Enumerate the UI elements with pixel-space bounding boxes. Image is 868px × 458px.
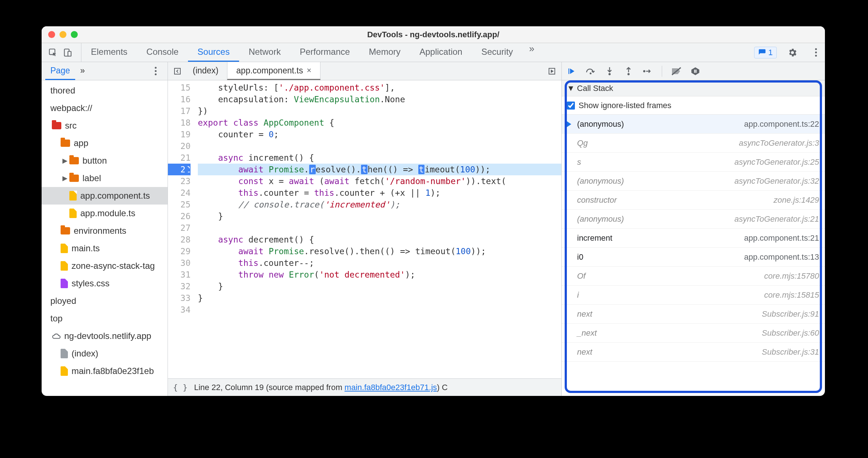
- tree-item[interactable]: app.component.ts: [42, 187, 168, 205]
- callstack-frame[interactable]: incrementapp.component.ts:21: [562, 229, 825, 248]
- svg-point-9: [643, 70, 645, 72]
- source-map-link[interactable]: main.fa8bfa0e23f1eb71.js: [345, 383, 437, 392]
- devtools-window: DevTools - ng-devtools.netlify.app/ Elem…: [42, 26, 825, 396]
- status-text: Line 22, Column 19 (source mapped from m…: [194, 383, 448, 392]
- editor-tab[interactable]: (index): [184, 62, 227, 80]
- inspect-icon[interactable]: [47, 46, 59, 59]
- step-out-icon[interactable]: [622, 65, 635, 77]
- tree-item[interactable]: src: [42, 117, 168, 134]
- svg-rect-2: [68, 51, 71, 56]
- code-editor[interactable]: 1516171819202122232425262728293031323334…: [168, 80, 561, 378]
- pretty-print-icon[interactable]: { }: [173, 383, 188, 392]
- debugger-panel: ▼ Call Stack Show ignore-listed frames (…: [561, 62, 825, 396]
- more-menu-icon[interactable]: [810, 48, 821, 57]
- main-tab-application[interactable]: Application: [410, 43, 472, 62]
- editor-run-snippet-icon[interactable]: [545, 65, 558, 78]
- navigator-panel: Page » thoredwebpack://srcapp▶button▶lab…: [42, 62, 168, 396]
- callstack-frame[interactable]: sasyncToGenerator.js:25: [562, 153, 825, 172]
- titlebar: DevTools - ng-devtools.netlify.app/: [42, 26, 825, 43]
- tree-item[interactable]: main.fa8bfa0e23f1eb: [42, 362, 168, 380]
- issues-count: 1: [768, 48, 773, 57]
- tree-item[interactable]: webpack://: [42, 99, 168, 117]
- callstack-frame[interactable]: i0app.component.ts:13: [562, 248, 825, 267]
- nav-more-icon[interactable]: [147, 62, 164, 80]
- callstack-frame[interactable]: (anonymous)asyncToGenerator.js:32: [562, 172, 825, 191]
- pause-on-exceptions-icon[interactable]: [689, 65, 702, 77]
- show-ignored-label: Show ignore-listed frames: [579, 101, 671, 110]
- editor-statusbar: { } Line 22, Column 19 (source mapped fr…: [168, 378, 561, 396]
- callstack-frame[interactable]: icore.mjs:15815: [562, 286, 825, 305]
- editor-tabbar: (index)app.component.ts×: [168, 62, 561, 80]
- svg-point-8: [627, 73, 630, 75]
- main-tab-network[interactable]: Network: [239, 43, 290, 62]
- tree-item[interactable]: ▶button: [42, 152, 168, 169]
- tree-item[interactable]: ng-devtools.netlify.app: [42, 327, 168, 345]
- callstack-frame[interactable]: nextSubscriber.js:91: [562, 305, 825, 324]
- main-tab-memory[interactable]: Memory: [360, 43, 410, 62]
- editor-tab[interactable]: app.component.ts×: [227, 62, 320, 80]
- main-tabs: ElementsConsoleSourcesNetworkPerformance…: [81, 43, 522, 62]
- tree-item[interactable]: ployed: [42, 292, 168, 310]
- editor-nav-back-icon[interactable]: [171, 65, 184, 78]
- callstack-frame[interactable]: nextSubscriber.js:31: [562, 343, 825, 362]
- callstack-frame[interactable]: (anonymous)asyncToGenerator.js:21: [562, 210, 825, 229]
- settings-icon[interactable]: [786, 46, 799, 59]
- svg-point-6: [590, 72, 592, 74]
- svg-rect-3: [174, 68, 180, 74]
- main-tabbar: ElementsConsoleSourcesNetworkPerformance…: [42, 43, 825, 62]
- svg-rect-5: [568, 68, 569, 74]
- step-icon[interactable]: [641, 65, 654, 77]
- tabs-overflow-button[interactable]: »: [522, 43, 541, 62]
- svg-rect-12: [696, 69, 697, 73]
- resume-icon[interactable]: [565, 65, 578, 77]
- nav-tab-page[interactable]: Page: [45, 62, 75, 80]
- step-over-icon[interactable]: [584, 65, 597, 77]
- tree-item[interactable]: top: [42, 310, 168, 327]
- svg-point-7: [608, 73, 611, 75]
- close-tab-icon[interactable]: ×: [307, 66, 311, 75]
- callstack-header[interactable]: ▼ Call Stack: [562, 80, 825, 96]
- tree-item[interactable]: (index): [42, 345, 168, 362]
- device-toggle-icon[interactable]: [61, 46, 74, 59]
- window-title: DevTools - ng-devtools.netlify.app/: [42, 30, 825, 39]
- deactivate-breakpoints-icon[interactable]: [670, 65, 683, 77]
- tree-item[interactable]: zone-async-stack-tag: [42, 257, 168, 275]
- callstack-frame[interactable]: _nextSubscriber.js:60: [562, 324, 825, 343]
- callstack-list: (anonymous)app.component.ts:22QgasyncToG…: [562, 115, 825, 362]
- main-tab-console[interactable]: Console: [137, 43, 188, 62]
- callstack-frame[interactable]: Ofcore.mjs:15780: [562, 267, 825, 286]
- main-tab-security[interactable]: Security: [472, 43, 523, 62]
- file-tree: thoredwebpack://srcapp▶button▶labelapp.c…: [42, 80, 168, 396]
- issues-badge[interactable]: 1: [754, 47, 777, 58]
- main-tab-elements[interactable]: Elements: [81, 43, 137, 62]
- tree-item[interactable]: styles.css: [42, 275, 168, 292]
- tree-item[interactable]: main.ts: [42, 240, 168, 257]
- callstack-frame[interactable]: QgasyncToGenerator.js:3: [562, 134, 825, 153]
- svg-rect-11: [694, 69, 695, 73]
- show-ignored-frames-toggle[interactable]: Show ignore-listed frames: [562, 96, 825, 115]
- editor-panel: (index)app.component.ts× 151617181920212…: [168, 62, 561, 396]
- tree-item[interactable]: environments: [42, 222, 168, 240]
- tree-item[interactable]: thored: [42, 82, 168, 99]
- show-ignored-checkbox[interactable]: [567, 102, 575, 110]
- callstack-frame[interactable]: (anonymous)app.component.ts:22: [562, 115, 825, 134]
- tree-item[interactable]: app: [42, 134, 168, 152]
- debugger-toolbar: [562, 62, 825, 80]
- main-tab-performance[interactable]: Performance: [290, 43, 359, 62]
- nav-tab-overflow[interactable]: »: [75, 62, 90, 80]
- tree-item[interactable]: app.module.ts: [42, 205, 168, 222]
- callstack-frame[interactable]: constructorzone.js:1429: [562, 191, 825, 210]
- step-into-icon[interactable]: [603, 65, 616, 77]
- tree-item[interactable]: ▶label: [42, 169, 168, 187]
- main-tab-sources[interactable]: Sources: [188, 43, 239, 62]
